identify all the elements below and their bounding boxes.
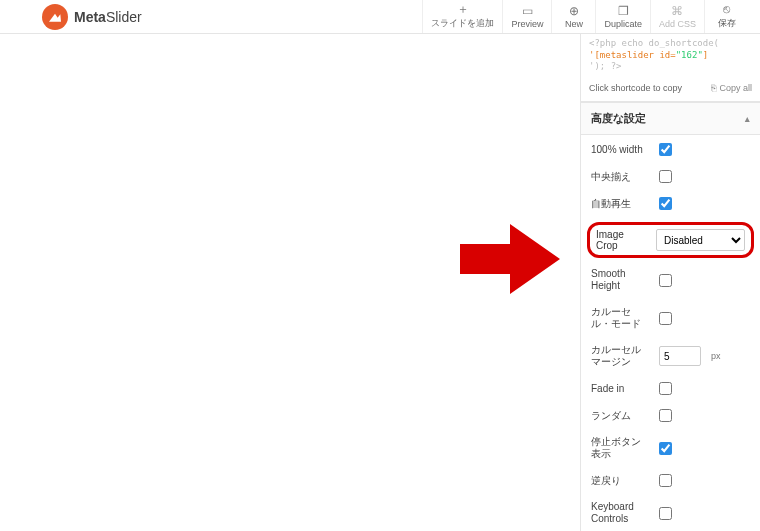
carousel-margin-input[interactable] [659,346,701,366]
code-line-2: '[metaslider id="162"] [589,50,752,62]
red-arrow-icon [460,219,560,299]
css-icon: ⌘ [671,5,683,17]
reverse-checkbox[interactable] [659,474,672,487]
canvas [0,34,580,531]
plus-circle-icon: ⊕ [569,5,579,17]
center-checkbox[interactable] [659,170,672,183]
setting-autoplay: 自動再生 [591,197,750,210]
fade-checkbox[interactable] [659,382,672,395]
settings-sidebar: <?php echo do_shortcode( '[metaslider id… [580,34,760,531]
smooth-checkbox[interactable] [659,274,672,287]
plus-icon: ＋ [457,3,469,15]
keyboard-checkbox[interactable] [659,507,672,520]
logo: MetaSlider [42,4,142,30]
duplicate-button[interactable]: ❐ Duplicate [595,0,650,33]
shortcode-actions: Click shortcode to copy ⎘Copy all [581,79,760,102]
toolbar: ＋ スライドを追加 ▭ Preview ⊕ New ❐ Duplicate ⌘ … [422,0,748,33]
app-header: MetaSlider ＋ スライドを追加 ▭ Preview ⊕ New ❐ D… [0,0,760,34]
setting-reverse: 逆戻り [591,474,750,487]
carousel-mode-checkbox[interactable] [659,312,672,325]
advanced-settings-header[interactable]: 高度な設定 ▴ [581,102,760,135]
new-button[interactable]: ⊕ New [551,0,595,33]
chevron-up-icon: ▴ [745,114,750,124]
logo-text: MetaSlider [74,9,142,25]
copy-all-button[interactable]: ⎘Copy all [711,83,752,93]
setting-center: 中央揃え [591,170,750,183]
pause-checkbox[interactable] [659,442,672,455]
setting-image-crop: Image Crop Disabled [587,222,754,258]
save-button[interactable]: ⎋ 保存 [704,0,748,33]
setting-keyboard: Keyboard Controls [591,501,750,525]
setting-smooth-height: Smooth Height [591,268,750,292]
setting-carousel-mode: カルーセル・モード [591,306,750,330]
setting-fade-in: Fade in [591,382,750,395]
panel-title: 高度な設定 [591,111,646,126]
main-area: <?php echo do_shortcode( '[metaslider id… [0,34,760,531]
code-line-1: <?php echo do_shortcode( [589,38,752,50]
camera-icon: ▭ [522,5,533,17]
add-css-button[interactable]: ⌘ Add CSS [650,0,704,33]
setting-random: ランダム [591,409,750,422]
setting-pause-button: 停止ボタン表示 [591,436,750,460]
image-crop-select[interactable]: Disabled [656,229,745,251]
autoplay-checkbox[interactable] [659,197,672,210]
copy-icon: ⎘ [711,83,716,93]
preview-button[interactable]: ▭ Preview [502,0,551,33]
advanced-settings-body: 100% width 中央揃え 自動再生 Image Crop Disabled… [581,135,760,531]
setting-100width: 100% width [591,143,750,156]
click-to-copy-label[interactable]: Click shortcode to copy [589,83,682,93]
random-checkbox[interactable] [659,409,672,422]
add-slide-button[interactable]: ＋ スライドを追加 [422,0,502,33]
duplicate-icon: ❐ [618,5,629,17]
code-line-3: '); ?> [589,61,752,73]
logo-icon [42,4,68,30]
setting-carousel-margin: カルーセルマージン px [591,344,750,368]
save-icon: ⎋ [723,3,730,15]
shortcode-box: <?php echo do_shortcode( '[metaslider id… [581,34,760,79]
width100-checkbox[interactable] [659,143,672,156]
